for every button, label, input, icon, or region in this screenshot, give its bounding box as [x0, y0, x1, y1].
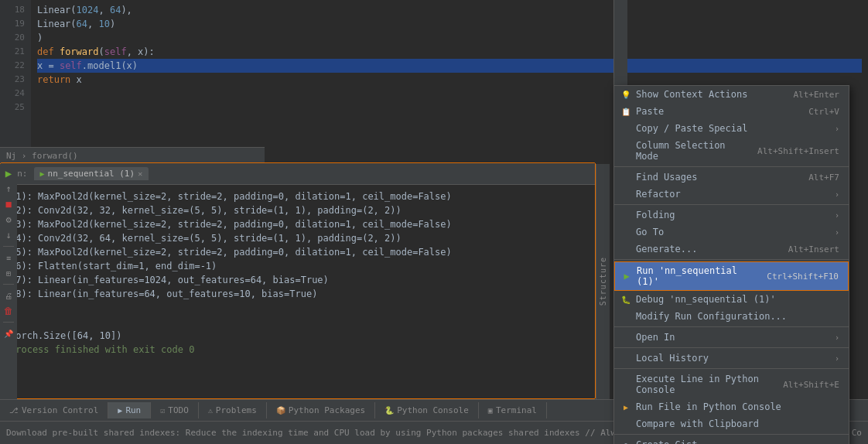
- menu-separator: [614, 434, 849, 435]
- status-text: Download pre-built shared indexes: Reduc…: [6, 428, 631, 438]
- menu-item-copy-paste-special[interactable]: Copy / Paste Special›: [614, 120, 849, 137]
- filter-button[interactable]: ⊞: [2, 267, 15, 279]
- run-panel-content: (1): MaxPool2d(kernel_size=2, stride=2, …: [1, 185, 595, 398]
- menu-item-label: Create Gist...: [636, 439, 714, 444]
- submenu-arrow: ›: [835, 125, 839, 133]
- tab-label-run: Run: [125, 405, 141, 415]
- menu-item-paste[interactable]: 📋PasteCtrl+V: [614, 103, 849, 120]
- menu-item-label: Refactor: [636, 189, 681, 200]
- menu-item-find-usages[interactable]: Find UsagesAlt+F7: [614, 169, 849, 186]
- run-tab-close[interactable]: ✕: [138, 169, 142, 178]
- tab-icon-terminal: ▣: [488, 406, 493, 415]
- menu-item-run-nn[interactable]: ▶Run 'nn_sequential (1)'Ctrl+Shift+F10: [614, 261, 849, 291]
- menu-item-create-gist[interactable]: ⊙Create Gist...: [614, 436, 849, 444]
- toolbar-tab-version-control[interactable]: ⎇Version Control: [0, 402, 108, 418]
- run-green-icon: ▶: [621, 271, 632, 282]
- run-button[interactable]: ▶: [2, 167, 15, 179]
- delete-button[interactable]: 🗑: [2, 305, 15, 317]
- run-controls-sidebar: ▶ ↑ ■ ⚙ ↓ ≡ ⊞ 🖨 🗑 📌: [0, 164, 17, 399]
- rerun-button[interactable]: ↑: [2, 183, 15, 195]
- menu-item-label: Run 'nn_sequential (1)': [637, 265, 751, 287]
- submenu-arrow: ›: [835, 190, 839, 199]
- separator2: [3, 284, 14, 285]
- menu-item-label: Find Usages: [636, 172, 697, 183]
- menu-item-debug-nn[interactable]: 🐛Debug 'nn_sequential (1)': [614, 291, 849, 308]
- menu-shortcut: Alt+F7: [808, 172, 839, 183]
- empty-icon: [620, 418, 631, 429]
- menu-item-label: Paste: [636, 106, 664, 117]
- tab-label-python-console: Python Console: [397, 405, 469, 415]
- menu-shortcut: Alt+Enter: [793, 90, 839, 100]
- list-button[interactable]: ≡: [2, 251, 15, 264]
- menu-separator: [614, 166, 849, 167]
- tab-label-problems: Problems: [216, 405, 257, 415]
- down-button[interactable]: ↓: [2, 229, 15, 241]
- menu-item-go-to[interactable]: Go To›: [614, 224, 849, 241]
- menu-item-generate[interactable]: Generate...Alt+Insert: [614, 241, 849, 258]
- menu-item-label: Show Context Actions: [636, 89, 748, 100]
- run-panel: Run: ▶ nn_sequential (1) ✕ (1): MaxPool2…: [0, 162, 596, 399]
- menu-item-label: Debug 'nn_sequential (1)': [636, 294, 776, 305]
- menu-shortcut: Alt+Shift+E: [783, 380, 839, 390]
- empty-icon: [620, 227, 631, 237]
- toolbar-tab-python-packages[interactable]: 📦Python Packages: [267, 402, 375, 418]
- menu-item-show-context[interactable]: 💡Show Context ActionsAlt+Enter: [614, 86, 849, 103]
- tab-label-todo: TODO: [168, 405, 189, 415]
- run-tab-icon: ▶: [40, 169, 45, 178]
- empty-icon: [620, 332, 631, 343]
- menu-item-label: Generate...: [636, 244, 697, 254]
- toolbar-tab-python-console[interactable]: 🐍Python Console: [375, 402, 479, 418]
- debug-icon: 🐛: [620, 294, 631, 305]
- empty-icon: [620, 210, 631, 220]
- menu-item-label: Compare with Clipboard: [636, 418, 759, 429]
- empty-icon: [620, 189, 631, 200]
- menu-shortcut: Alt+Shift+Insert: [757, 146, 839, 156]
- menu-item-execute-line[interactable]: Execute Line in Python ConsoleAlt+Shift+…: [614, 371, 849, 398]
- settings-button[interactable]: ⚙: [2, 213, 15, 226]
- menu-item-label: Run File in Python Console: [636, 401, 781, 412]
- tab-icon-python-packages: 📦: [276, 406, 285, 415]
- toolbar-tab-todo[interactable]: ☑TODO: [151, 402, 199, 418]
- tab-label-python-packages: Python Packages: [289, 405, 365, 415]
- toolbar-tab-terminal[interactable]: ▣Terminal: [479, 402, 547, 418]
- run-tab[interactable]: ▶ nn_sequential (1) ✕: [34, 167, 149, 180]
- menu-item-modify-run[interactable]: Modify Run Configuration...: [614, 308, 849, 325]
- tab-icon-todo: ☑: [160, 406, 165, 415]
- menu-item-refactor[interactable]: Refactor›: [614, 186, 849, 203]
- menu-shortcut: Alt+Insert: [788, 244, 839, 254]
- toolbar-tab-run[interactable]: ▶Run: [108, 402, 151, 418]
- print-button[interactable]: 🖨: [2, 289, 15, 302]
- pin-button[interactable]: 📌: [2, 327, 15, 340]
- menu-separator: [614, 347, 849, 348]
- menu-separator: [614, 326, 849, 327]
- menu-item-label: Modify Run Configuration...: [636, 311, 787, 322]
- structure-sidebar[interactable]: Structure: [596, 164, 610, 399]
- empty-icon: [620, 311, 631, 322]
- toolbar-tab-problems[interactable]: ⚠Problems: [199, 402, 267, 418]
- menu-separator: [614, 204, 849, 205]
- menu-item-label: Go To: [636, 227, 664, 237]
- run-tab-label: nn_sequential (1): [48, 169, 135, 179]
- menu-item-open-in[interactable]: Open In›: [614, 329, 849, 346]
- menu-item-compare-clipboard[interactable]: Compare with Clipboard: [614, 415, 849, 432]
- menu-item-label: Open In: [636, 332, 675, 343]
- stop-button[interactable]: ■: [2, 198, 15, 210]
- menu-item-local-history[interactable]: Local History›: [614, 350, 849, 367]
- empty-icon: [620, 123, 631, 134]
- menu-shortcut: Ctrl+Shift+F10: [767, 272, 839, 282]
- menu-item-column-selection[interactable]: Column Selection ModeAlt+Shift+Insert: [614, 137, 849, 165]
- submenu-arrow: ›: [835, 228, 839, 237]
- separator: [3, 246, 14, 247]
- submenu-arrow: ›: [835, 333, 839, 342]
- separator3: [3, 322, 14, 323]
- menu-shortcut: Ctrl+V: [808, 107, 839, 117]
- menu-item-run-file-python[interactable]: ▶Run File in Python Console: [614, 398, 849, 415]
- menu-item-folding[interactable]: Folding›: [614, 207, 849, 224]
- empty-icon: [620, 145, 631, 156]
- run-panel-header: Run: ▶ nn_sequential (1) ✕: [1, 163, 595, 185]
- run-yellow-icon: ▶: [620, 401, 631, 412]
- github-icon: ⊙: [620, 439, 631, 444]
- paste-icon: 📋: [620, 106, 631, 117]
- menu-item-label: Execute Line in Python Console: [636, 374, 767, 395]
- breadcrumb: Nj › forward(): [0, 147, 265, 164]
